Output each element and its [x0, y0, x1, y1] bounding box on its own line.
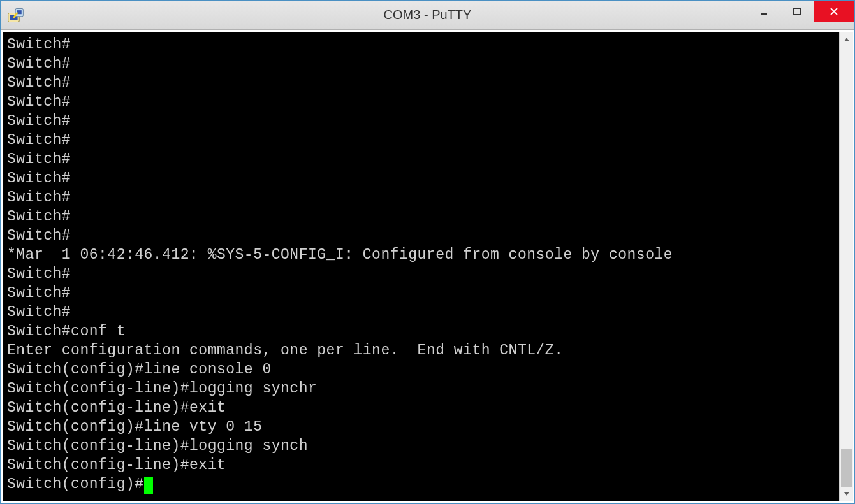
close-button[interactable]: [814, 1, 854, 22]
scroll-track[interactable]: [840, 47, 853, 487]
terminal-line: Switch#: [7, 188, 835, 207]
terminal-line: Switch(config)#line console 0: [7, 360, 835, 379]
terminal-line: Switch#: [7, 73, 835, 92]
terminal-line: Switch#: [7, 150, 835, 169]
terminal-line: Switch#: [7, 284, 835, 303]
terminal-line: Switch(config)#line vty 0 15: [7, 417, 835, 436]
terminal-prompt: Switch(config)#: [7, 476, 144, 493]
scroll-up-arrow[interactable]: [840, 32, 853, 47]
terminal-container: Switch#Switch#Switch#Switch#Switch#Switc…: [1, 30, 854, 503]
terminal-line: Switch#: [7, 264, 835, 284]
scroll-down-arrow[interactable]: [840, 487, 853, 501]
terminal-line: Switch#: [7, 207, 835, 226]
terminal-line: Switch#: [7, 54, 835, 73]
terminal-line: Switch#: [7, 131, 835, 150]
scrollbar[interactable]: [839, 32, 853, 501]
terminal-line: Enter configuration commands, one per li…: [7, 341, 835, 360]
minimize-button[interactable]: [747, 1, 780, 22]
scroll-thumb[interactable]: [841, 449, 852, 487]
maximize-button[interactable]: [780, 1, 814, 22]
terminal-line: Switch(config-line)#logging synchr: [7, 379, 835, 398]
terminal-line: Switch#: [7, 226, 835, 245]
terminal-line: Switch(config-line)#exit: [7, 456, 835, 475]
window-title: COM3 - PuTTY: [1, 8, 854, 22]
svg-rect-5: [794, 8, 800, 15]
putty-app-icon: [7, 6, 25, 24]
terminal-line: Switch#conf t: [7, 322, 835, 341]
terminal-line: Switch#: [7, 92, 835, 112]
svg-rect-3: [17, 10, 22, 14]
terminal-cursor: [144, 477, 153, 494]
terminal-line: Switch#: [7, 169, 835, 188]
terminal-line: Switch(config-line)#exit: [7, 398, 835, 417]
terminal-line: *Mar 1 06:42:46.412: %SYS-5-CONFIG_I: Co…: [7, 245, 835, 264]
window-controls: [747, 1, 854, 29]
terminal-line: Switch(config-line)#logging synch: [7, 436, 835, 456]
terminal-output[interactable]: Switch#Switch#Switch#Switch#Switch#Switc…: [3, 32, 839, 501]
terminal-line: Switch#: [7, 35, 835, 54]
terminal-prompt-line: Switch(config)#: [7, 475, 835, 494]
window-titlebar[interactable]: COM3 - PuTTY: [1, 1, 854, 30]
terminal-line: Switch#: [7, 303, 835, 322]
terminal-line: Switch#: [7, 112, 835, 131]
